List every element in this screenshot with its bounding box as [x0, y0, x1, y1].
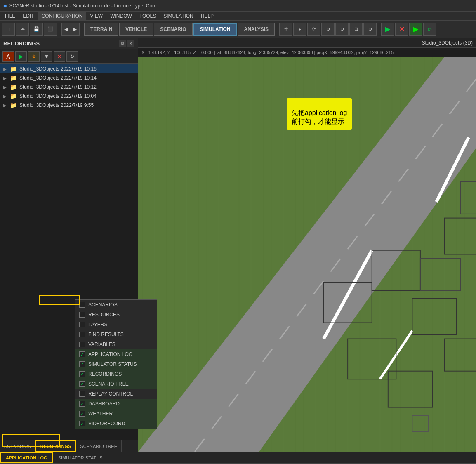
menu-edit[interactable]: EDIT — [19, 12, 37, 20]
left-panel-header: RECORDINGS ⧉ ✕ — [0, 38, 138, 49]
tree-item-4[interactable]: ▶ 📁 Studio_3DObjects 2022/7/19 9:55 — [0, 101, 138, 110]
title-bar: ■ SCANeR studio - 0714Test - Simulation … — [0, 0, 476, 12]
tree-arrow-2: ▶ — [3, 85, 7, 90]
dropdown-item-layers[interactable]: LAYERS — [138, 320, 157, 330]
recordings-play-button[interactable]: ▶ — [15, 51, 27, 62]
viewport: Studio_3DObjects (3D) X= 178.192, Y= 106… — [138, 38, 476, 452]
separator-1 — [59, 24, 59, 35]
dropdown-item-recordings[interactable]: ✓ RECORDINGS — [138, 369, 157, 379]
separator-3 — [277, 24, 277, 35]
tree-item-2[interactable]: ▶ 📁 Studio_3DObjects 2022/7/19 10:12 — [0, 82, 138, 92]
tree-item-1[interactable]: ▶ 📁 Studio_3DObjects 2022/7/19 10:14 — [0, 73, 138, 82]
recordings-toolbar: A ▶ ⚙ ▼ ✕ ↻ — [0, 49, 138, 64]
app-icon: ■ — [3, 2, 7, 9]
dropdown-menu: SCENARIOS RESOURCES LAYERS FIND RESULTS … — [138, 299, 157, 429]
bottom-tab-bar: APPLICATION LOG SIMULATOR STATUS — [0, 452, 476, 464]
nav-group: ◀ ▶ — [61, 23, 80, 36]
folder-icon-3: 📁 — [10, 93, 17, 99]
save-button[interactable]: 💾 — [30, 23, 43, 36]
open-button[interactable]: 🗁 — [16, 23, 29, 36]
separator-2 — [82, 24, 82, 35]
dropdown-item-videorecord[interactable]: ✓ VIDEORECORD — [138, 419, 157, 429]
recordings-settings-button[interactable]: ⚙ — [28, 51, 40, 62]
tool-target[interactable]: ⊕ — [321, 23, 335, 36]
dropdown-item-weather[interactable]: ✓ WEATHER — [138, 409, 157, 419]
tool-plus[interactable]: + — [293, 23, 306, 36]
recordings-filter-button[interactable]: ▼ — [41, 51, 52, 62]
tree-label-1: Studio_3DObjects 2022/7/19 10:14 — [19, 75, 97, 81]
window-title: SCANeR studio - 0714Test - Simulation mo… — [9, 3, 156, 9]
left-tab-bar: SCENARIOS RECORDINGS SCENARIO TREE — [0, 440, 138, 452]
recordings-delete-button[interactable]: ✕ — [54, 51, 65, 62]
separator-4 — [379, 24, 379, 35]
recordings-title: RECORDINGS — [3, 40, 40, 47]
run-alt-button[interactable]: ▷ — [423, 23, 436, 36]
folder-icon-2: 📁 — [10, 84, 17, 90]
coords-text: X= 178.192, Y= 106.115, Z= -0.000 | lat=… — [141, 50, 394, 55]
folder-icon-0: 📁 — [10, 66, 17, 72]
play-button[interactable]: ▶ — [381, 23, 394, 36]
dropdown-item-resources[interactable]: RESOURCES — [138, 310, 157, 320]
tree-label-3: Studio_3DObjects 2022/7/19 10:04 — [19, 93, 97, 99]
dropdown-item-dashboard[interactable]: ✓ DASHBOARD — [138, 399, 157, 409]
panel-controls: ⧉ ✕ — [119, 40, 134, 47]
tree-arrow-4: ▶ — [3, 103, 7, 108]
forward-button[interactable]: ▶ — [71, 25, 79, 34]
dropdown-item-find-results[interactable]: FIND RESULTS — [138, 330, 157, 339]
menu-simulation[interactable]: SIMULATION — [160, 12, 196, 20]
viewport-header: Studio_3DObjects (3D) — [138, 38, 476, 48]
tree-label-0: Studio_3DObjects 2022/7/19 10:16 — [19, 66, 97, 72]
dropdown-item-replay[interactable]: REPLAY CONTROL — [138, 389, 157, 399]
bottom-tab-sim-status[interactable]: SIMULATOR STATUS — [53, 452, 108, 463]
recordings-refresh-button[interactable]: ↻ — [66, 51, 78, 62]
tree-arrow-0: ▶ — [3, 67, 7, 71]
dropdown-item-app-log[interactable]: ✓ APPLICATION LOG — [138, 349, 157, 359]
viewport-coords: X= 178.192, Y= 106.115, Z= -0.000 | lat=… — [138, 48, 476, 57]
tool-expand[interactable]: ⊞ — [349, 23, 363, 36]
tree-item-3[interactable]: ▶ 📁 Studio_3DObjects 2022/7/19 10:04 — [0, 92, 138, 101]
menu-help[interactable]: HELP — [198, 12, 217, 20]
menu-file[interactable]: FILE — [2, 12, 19, 20]
main-layout: RECORDINGS ⧉ ✕ A ▶ ⚙ ▼ ✕ ↻ ▶ 📁 Studio_3D… — [0, 38, 476, 452]
back-button[interactable]: ◀ — [62, 25, 71, 34]
tree-arrow-3: ▶ — [3, 94, 7, 99]
menu-view[interactable]: VIEW — [87, 12, 106, 20]
tab-terrain[interactable]: TERRAIN — [84, 23, 118, 36]
tree-label-4: Studio_3DObjects 2022/7/19 9:55 — [19, 102, 94, 108]
tab-scenario-tree-left[interactable]: SCENARIO TREE — [76, 440, 122, 452]
tool-center[interactable]: ⊕ — [363, 23, 377, 36]
dropdown-item-sim-status[interactable]: ✓ SIMULATOR STATUS — [138, 359, 157, 369]
tab-vehicle[interactable]: VEHICLE — [119, 23, 153, 36]
bottom-tab-app-log[interactable]: APPLICATION LOG — [0, 452, 53, 463]
menu-tools[interactable]: TOOLS — [136, 12, 159, 20]
new-button[interactable]: 🗋 — [2, 23, 15, 36]
dropdown-item-scenario-tree[interactable]: ✓ SCENARIO TREE — [138, 379, 157, 389]
tool-sync[interactable]: ⟳ — [307, 23, 320, 36]
dropdown-item-variables[interactable]: VARIABLES — [138, 339, 157, 349]
tab-scenario[interactable]: SCENARIO — [154, 23, 192, 36]
menu-configuration[interactable]: CONFIGURATION — [38, 12, 86, 20]
tab-scenarios[interactable]: SCENARIOS — [0, 440, 35, 452]
stop-button[interactable]: ✕ — [395, 23, 408, 36]
recordings-icon-button[interactable]: A — [2, 51, 14, 62]
tab-recordings[interactable]: RECORDINGS — [35, 440, 76, 452]
annotation-box: 先把application log 前打勾，才能显示 — [287, 98, 352, 130]
panel-restore-button[interactable]: ⧉ — [119, 40, 126, 47]
tree-item-0[interactable]: ▶ 📁 Studio_3DObjects 2022/7/19 10:16 — [0, 64, 138, 73]
tool-crosshair[interactable]: ✛ — [279, 23, 292, 36]
folder-icon-4: 📁 — [10, 102, 17, 108]
panel-close-button[interactable]: ✕ — [127, 40, 134, 47]
saveas-button[interactable]: ⬛ — [44, 23, 57, 36]
tool-minus[interactable]: ⊖ — [335, 23, 349, 36]
menu-bar: FILE EDIT CONFIGURATION VIEW WINDOW TOOL… — [0, 12, 476, 21]
run-button[interactable]: ▶ — [409, 23, 422, 36]
tree-arrow-1: ▶ — [3, 76, 7, 80]
dropdown-item-scenarios[interactable]: SCENARIOS — [138, 300, 157, 310]
menu-window[interactable]: WINDOW — [107, 12, 135, 20]
tab-analysis[interactable]: ANALYSIS — [238, 23, 275, 36]
bottom-panel: APPLICATION LOG SIMULATOR STATUS — [0, 452, 476, 464]
annotation-text: 先把application log 前打勾，才能显示 — [292, 109, 347, 125]
tab-simulation[interactable]: SIMULATION — [193, 23, 237, 36]
viewport-canvas[interactable]: SCENARIOS RESOURCES LAYERS FIND RESULTS … — [138, 57, 476, 452]
folder-icon-1: 📁 — [10, 75, 17, 81]
